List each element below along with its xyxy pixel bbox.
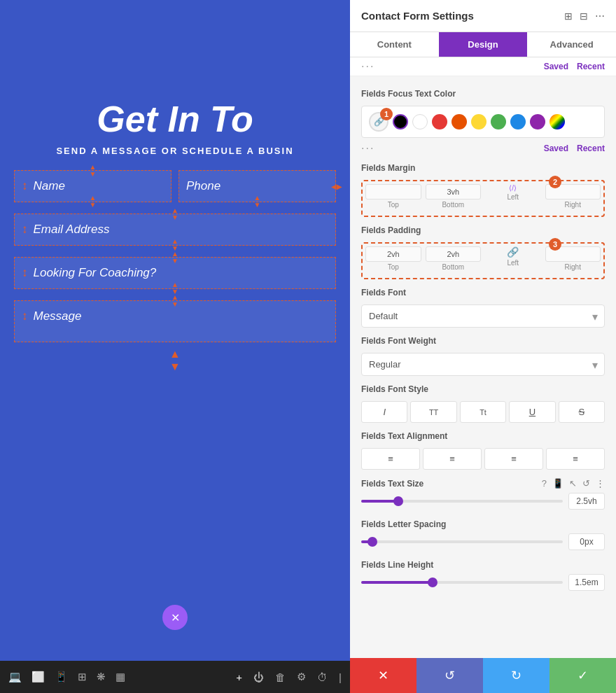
padding-link-icon: 🔗 (507, 246, 519, 258)
letter-spacing-track[interactable] (361, 540, 563, 543)
reset-icon[interactable]: ↺ (582, 478, 590, 489)
text-size-slider-row: 2.5vh (361, 493, 605, 510)
margin-left-group: ⟨/⟩ Left (485, 184, 541, 209)
email-field[interactable]: ▲▼ ↕Email Address ▲▼ (14, 214, 336, 246)
mobile-icon[interactable]: 📱 (55, 671, 68, 683)
line-height-slider-row: 1.5em (361, 574, 605, 591)
padding-top-label: Top (388, 263, 399, 271)
align-justify[interactable]: ≡ (546, 448, 605, 470)
padding-top-group: Top (365, 246, 421, 271)
history-icon[interactable]: ⏱ (317, 671, 328, 683)
text-size-thumb[interactable] (393, 496, 403, 506)
color-recent-link[interactable]: Recent (577, 144, 605, 153)
margin-section: Top Bottom ⟨/⟩ Left Right 2 (361, 180, 605, 217)
close-button[interactable]: ✕ (162, 605, 188, 630)
saved-link[interactable]: Saved (544, 62, 568, 71)
recent-link[interactable]: Recent (577, 62, 605, 71)
margin-bottom-group: Bottom (426, 184, 482, 209)
grid-icon[interactable]: ⊞ (78, 671, 87, 683)
line-height-value[interactable]: 1.5em (568, 574, 605, 591)
cancel-button[interactable]: ✕ (350, 658, 416, 693)
line-height-thumb[interactable] (428, 578, 438, 587)
font-select[interactable]: Default Arial Georgia (361, 304, 605, 328)
line-height-track[interactable] (361, 581, 563, 584)
font-style-buttons: I TT Tt U S (361, 401, 605, 423)
color-custom-picker[interactable] (550, 114, 565, 130)
color-link-button[interactable]: 🔗 1 (369, 112, 388, 132)
arrow-bottom-message: ▲▼ (14, 348, 336, 373)
margin-left-label: Left (507, 193, 519, 201)
style-capitalize[interactable]: Tt (460, 401, 506, 423)
settings-icon[interactable]: ⚙ (297, 671, 306, 683)
padding-inputs: Top Bottom 🔗 Left Right (365, 246, 601, 271)
tab-content[interactable]: Content (350, 32, 439, 57)
color-swatch-purple[interactable] (530, 114, 545, 130)
resize-icon[interactable]: ⊞ (564, 10, 573, 22)
more-icon[interactable]: ⋯ (595, 10, 605, 22)
style-uppercase[interactable]: TT (410, 401, 456, 423)
margin-link-icon: ⟨/⟩ (509, 184, 517, 192)
tablet-icon[interactable]: ⬜ (31, 671, 45, 683)
name-field[interactable]: ▲▼ ↕Name ▲▼ (14, 170, 172, 202)
letter-spacing-thumb[interactable] (368, 537, 377, 547)
color-swatch-red[interactable] (432, 114, 447, 130)
undo-button[interactable]: ↺ (416, 658, 483, 693)
columns-icon[interactable]: ⊟ (580, 10, 588, 22)
color-swatch-blue[interactable] (510, 114, 526, 130)
letter-spacing-slider-row: 0px (361, 533, 605, 550)
canvas-subtitle: SEND A MESSAGE OR SCHEDULE A BUSIN (0, 146, 350, 156)
cursor-icon[interactable]: ↖ (569, 478, 577, 489)
star-icon[interactable]: ❋ (97, 671, 106, 683)
settings-header: Contact Form Settings ⊞ ⊟ ⋯ (350, 0, 616, 32)
add-icon[interactable]: + (236, 671, 242, 683)
text-size-value[interactable]: 2.5vh (568, 493, 605, 510)
margin-top-input[interactable] (365, 184, 421, 200)
style-italic[interactable]: I (361, 401, 407, 423)
power-icon[interactable]: ⏻ (253, 671, 264, 683)
save-button[interactable]: ✓ (550, 658, 616, 693)
font-weight-select-wrapper: Regular Bold Light (361, 353, 605, 376)
padding-bottom-group: Bottom (426, 246, 482, 271)
align-right[interactable]: ≡ (484, 448, 543, 470)
header-icons: ⊞ ⊟ ⋯ (564, 10, 605, 22)
desktop-icon[interactable]: 💻 (8, 671, 22, 683)
margin-label: Fields Margin (361, 163, 605, 173)
align-center[interactable]: ≡ (423, 448, 482, 470)
color-swatch-orange[interactable] (451, 114, 467, 130)
phone-field[interactable]: Phone ◀▶ ▲▼ (178, 170, 336, 202)
color-swatch-white[interactable] (412, 114, 428, 130)
style-strikethrough[interactable]: S (559, 401, 605, 423)
padding-bottom-input[interactable] (426, 246, 482, 262)
font-weight-select[interactable]: Regular Bold Light (361, 353, 605, 376)
color-saved-link[interactable]: Saved (544, 144, 568, 153)
trash-icon[interactable]: 🗑 (275, 671, 286, 683)
saved-dots: ··· (361, 60, 374, 73)
device-icon[interactable]: 📱 (552, 478, 564, 489)
style-underline[interactable]: U (509, 401, 555, 423)
color-swatch-green[interactable] (491, 114, 506, 130)
more-options-icon[interactable]: ⋮ (596, 478, 605, 489)
table-icon[interactable]: ▦ (115, 671, 125, 683)
coaching-field[interactable]: ▲▼ ↕Looking For Coaching? ▲▼ (14, 257, 336, 289)
redo-button[interactable]: ↻ (483, 658, 550, 693)
canvas-bottom-toolbar: 💻 ⬜ 📱 ⊞ ❋ ▦ + ⏻ 🗑 ⚙ ⏱ | (0, 661, 350, 693)
color-swatch-black[interactable] (393, 114, 408, 130)
margin-right-label: Right (565, 201, 581, 209)
tab-design[interactable]: Design (439, 32, 528, 57)
settings-panel: Contact Form Settings ⊞ ⊟ ⋯ Content Desi… (350, 0, 616, 693)
text-size-track[interactable] (361, 500, 563, 503)
font-style-label: Fields Font Style (361, 384, 605, 394)
padding-right-label: Right (565, 263, 581, 271)
color-swatch-yellow[interactable] (471, 114, 486, 130)
padding-top-input[interactable] (365, 246, 421, 262)
letter-spacing-value[interactable]: 0px (568, 533, 605, 550)
color-saved-bar: ··· Saved Recent (361, 142, 605, 155)
tab-advanced[interactable]: Advanced (527, 32, 616, 57)
align-left[interactable]: ≡ (361, 448, 420, 470)
font-select-wrapper: Default Arial Georgia (361, 304, 605, 328)
focus-color-label: Fields Focus Text Color (361, 89, 605, 99)
help-icon[interactable]: ? (542, 478, 547, 489)
margin-bottom-input[interactable] (426, 184, 482, 200)
canvas-area: Get In To SEND A MESSAGE OR SCHEDULE A B… (0, 0, 350, 693)
message-field[interactable]: ▲▼ ↕Message (14, 300, 336, 342)
